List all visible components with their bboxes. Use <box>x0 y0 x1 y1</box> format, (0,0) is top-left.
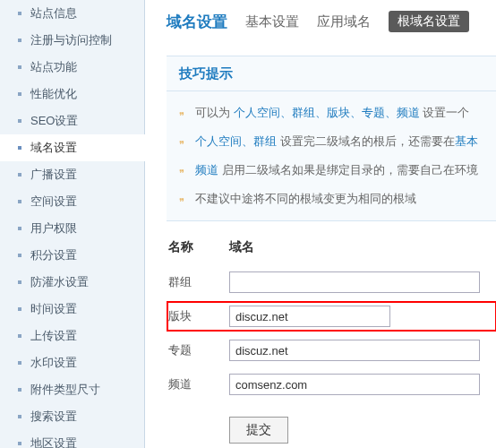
input-channel-domain[interactable] <box>229 374 480 395</box>
sidebar-item[interactable]: SEO设置 <box>0 108 144 134</box>
sidebar-item[interactable]: 空间设置 <box>0 188 144 215</box>
sidebar-item-label: 积分设置 <box>30 247 77 263</box>
tab-basic-settings[interactable]: 基本设置 <box>245 13 299 30</box>
bullet-icon <box>18 12 21 15</box>
domain-form: 名称 域名 群组 版块 专题 频道 提交 <box>167 239 496 444</box>
sidebar-item-label: 上传设置 <box>30 328 77 344</box>
form-head: 名称 域名 <box>168 239 496 255</box>
input-topic-domain[interactable] <box>229 340 480 361</box>
label-channel: 频道 <box>168 376 229 392</box>
bullet-icon <box>18 173 21 177</box>
bullet-icon <box>18 65 21 69</box>
tab-domain-settings[interactable]: 域名设置 <box>167 12 227 32</box>
tip-item: 不建议中途将不同的根域变更为相同的根域 <box>179 185 496 213</box>
sidebar-item[interactable]: 注册与访问控制 <box>0 27 144 54</box>
col-header-name: 名称 <box>168 239 206 255</box>
sidebar-item-label: 搜索设置 <box>30 409 77 425</box>
sidebar-item[interactable]: 用户权限 <box>0 215 144 242</box>
bullet-icon <box>18 280 21 284</box>
label-group: 群组 <box>168 274 229 290</box>
sidebar-item-label: 水印设置 <box>30 355 77 371</box>
sidebar-item[interactable]: 水印设置 <box>0 349 144 376</box>
sidebar-item-label: 广播设置 <box>30 167 77 183</box>
tip-item: 个人空间、群组 设置完二级域名的根后，还需要在基本 <box>179 127 496 156</box>
bullet-icon <box>18 39 21 42</box>
sidebar-item-label: 时间设置 <box>30 301 77 317</box>
row-group: 群组 <box>168 271 496 293</box>
sidebar-item-label: 注册与访问控制 <box>30 32 112 48</box>
sidebar-item-label: 空间设置 <box>30 194 77 210</box>
tips-header: 技巧提示 <box>167 56 496 91</box>
bullet-icon <box>18 254 21 257</box>
sidebar: 站点信息注册与访问控制站点功能性能优化SEO设置域名设置广播设置空间设置用户权限… <box>0 0 145 448</box>
input-group-domain[interactable] <box>229 271 480 293</box>
tip-item: 可以为 个人空间、群组、版块、专题、频道 设置一个 <box>179 99 496 127</box>
label-forum: 版块 <box>167 308 229 324</box>
tab-app-domain[interactable]: 应用域名 <box>317 13 371 30</box>
bullet-icon <box>18 146 21 150</box>
sidebar-item[interactable]: 上传设置 <box>0 323 144 349</box>
bullet-icon <box>18 415 21 418</box>
sidebar-item-label: SEO设置 <box>30 113 78 129</box>
sidebar-item[interactable]: 附件类型尺寸 <box>0 376 144 403</box>
label-topic: 专题 <box>168 342 229 358</box>
bullet-icon <box>18 227 21 230</box>
input-forum-domain[interactable] <box>229 306 390 327</box>
sidebar-item[interactable]: 时间设置 <box>0 296 144 323</box>
bullet-icon <box>18 388 21 392</box>
sidebar-item[interactable]: 广播设置 <box>0 161 144 188</box>
col-header-domain: 域名 <box>229 239 254 255</box>
tab-root-domain[interactable]: 根域名设置 <box>389 11 469 32</box>
sidebar-item[interactable]: 站点信息 <box>0 0 144 27</box>
bullet-icon <box>18 200 21 203</box>
tips-panel: 技巧提示 可以为 个人空间、群组、版块、专题、频道 设置一个 个人空间、群组 设… <box>167 56 496 221</box>
row-channel: 频道 <box>168 374 496 395</box>
bullet-icon <box>18 307 21 311</box>
sidebar-item[interactable]: 搜索设置 <box>0 403 144 430</box>
bullet-icon <box>18 334 21 338</box>
sidebar-item-label: 站点信息 <box>30 5 77 22</box>
sidebar-item[interactable]: 地区设置 <box>0 430 144 448</box>
sidebar-item[interactable]: 域名设置 <box>0 134 145 161</box>
sidebar-item[interactable]: 站点功能 <box>0 54 144 81</box>
sidebar-item-label: 用户权限 <box>30 220 77 237</box>
sidebar-item-label: 防灌水设置 <box>30 274 89 290</box>
sidebar-item-label: 站点功能 <box>30 59 77 75</box>
bullet-icon <box>18 361 21 365</box>
main-panel: 域名设置 基本设置 应用域名 根域名设置 技巧提示 可以为 个人空间、群组、版块… <box>145 0 496 448</box>
sidebar-item-label: 性能优化 <box>30 86 77 102</box>
sidebar-item[interactable]: 积分设置 <box>0 242 144 269</box>
sidebar-item[interactable]: 防灌水设置 <box>0 269 144 296</box>
sidebar-item-label: 地区设置 <box>30 435 77 448</box>
row-forum: 版块 <box>167 302 496 331</box>
submit-button[interactable]: 提交 <box>229 417 288 444</box>
sidebar-item-label: 附件类型尺寸 <box>30 382 100 398</box>
tips-list: 可以为 个人空间、群组、版块、专题、频道 设置一个 个人空间、群组 设置完二级域… <box>167 91 496 220</box>
sidebar-item[interactable]: 性能优化 <box>0 81 144 108</box>
sidebar-item-label: 域名设置 <box>30 140 77 156</box>
bullet-icon <box>18 442 21 445</box>
bullet-icon <box>18 92 21 96</box>
bullet-icon <box>18 119 21 123</box>
tip-item: 频道 启用二级域名如果是绑定目录的，需要自己在环境 <box>179 156 496 185</box>
row-topic: 专题 <box>168 340 496 361</box>
tab-bar: 域名设置 基本设置 应用域名 根域名设置 <box>167 11 496 32</box>
